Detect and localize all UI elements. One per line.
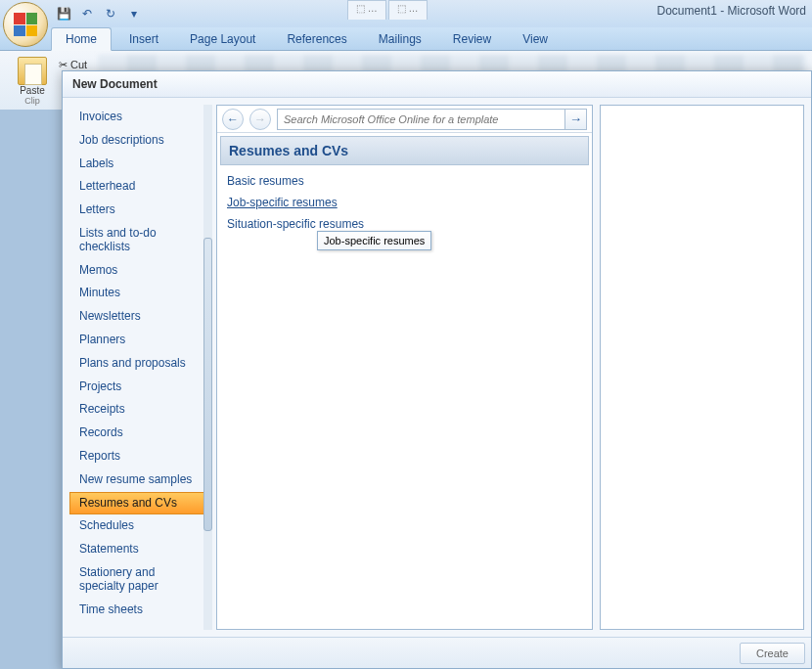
create-button[interactable]: Create [740,643,805,664]
category-item[interactable]: Plans and proposals [69,352,209,376]
result-link[interactable]: Job-specific resumes [227,192,582,213]
category-item[interactable]: Time sheets [69,599,209,622]
category-item[interactable]: Projects [69,376,209,399]
nav-back-button[interactable]: ← [222,109,244,130]
result-link[interactable]: Basic resumes [227,170,582,192]
category-item[interactable]: Schedules [69,514,209,538]
tab-mailings[interactable]: Mailings [365,28,435,50]
category-item[interactable]: Records [69,422,209,445]
background-tabs: ⬚ … ⬚ … [347,0,428,20]
category-item[interactable]: Planners [69,329,209,352]
results-link-list: Basic resumesJob-specific resumesSituati… [217,168,592,237]
category-item[interactable]: Letterhead [69,175,209,199]
tooltip: Job-specific resumes [317,231,431,250]
tab-insert[interactable]: Insert [115,28,172,50]
office-logo-icon [14,13,37,36]
paste-label: Paste [20,85,45,96]
category-item[interactable]: Labels [69,153,209,176]
category-item[interactable]: Statements [69,538,209,561]
office-button[interactable] [3,2,48,47]
category-item[interactable]: Memos [69,259,209,283]
tab-review[interactable]: Review [439,28,505,50]
category-item[interactable]: New resume samples [69,468,209,492]
search-input[interactable] [277,109,565,130]
template-preview-pane [600,105,804,630]
category-item[interactable]: Invoices [69,106,209,129]
category-scrollbar-thumb[interactable] [203,238,212,531]
dialog-title: New Document [63,71,811,98]
clipboard-group-label: Clip [24,96,40,106]
template-results-pane: ← → → Resumes and CVs Basic resumesJob-s… [216,105,593,630]
tab-home[interactable]: Home [51,27,112,51]
results-nav-bar: ← → → [217,106,592,133]
category-item[interactable]: Receipts [69,398,209,422]
category-item[interactable]: Stationery and specialty paper [69,561,209,599]
category-item[interactable]: Resumes and CVs [69,492,209,515]
tab-page-layout[interactable]: Page Layout [176,28,269,50]
template-search: → [277,109,587,130]
ribbon-tabs: Home Insert Page Layout References Maili… [0,27,812,51]
new-document-dialog: New Document InvoicesJob descriptionsLab… [62,70,812,669]
category-item[interactable]: Newsletters [69,305,209,329]
title-bar: 💾 ↶ ↻ ▾ ⬚ … ⬚ … Document1 - Microsoft Wo… [0,0,812,27]
template-category-pane: InvoicesJob descriptionsLabelsLetterhead… [69,105,209,630]
paste-icon[interactable] [18,57,47,85]
qat-menu-icon[interactable]: ▾ [125,5,143,22]
arrow-right-icon: → [254,112,266,126]
category-item[interactable]: Lists and to-do checklists [69,222,209,259]
arrow-left-icon: ← [227,112,239,126]
tab-view[interactable]: View [509,28,562,50]
save-icon[interactable]: 💾 [55,5,72,22]
category-item[interactable]: Minutes [69,282,209,305]
redo-icon[interactable]: ↻ [102,5,119,22]
search-go-button[interactable]: → [565,109,587,130]
quick-access-toolbar: 💾 ↶ ↻ ▾ [55,5,143,22]
dialog-footer: Create [63,637,811,668]
category-item[interactable]: Reports [69,445,209,468]
nav-forward-button[interactable]: → [249,109,271,130]
app-title: Document1 - Microsoft Word [657,4,807,18]
category-item[interactable]: Letters [69,199,209,222]
tab-references[interactable]: References [273,28,360,50]
undo-icon[interactable]: ↶ [78,5,96,22]
template-category-list: InvoicesJob descriptionsLabelsLetterhead… [69,105,209,622]
go-arrow-icon: → [569,112,582,126]
cut-label: Cut [70,59,87,70]
results-section-header: Resumes and CVs [220,136,589,165]
clipboard-group: Paste Clip [6,55,59,106]
category-item[interactable]: Job descriptions [69,129,209,153]
